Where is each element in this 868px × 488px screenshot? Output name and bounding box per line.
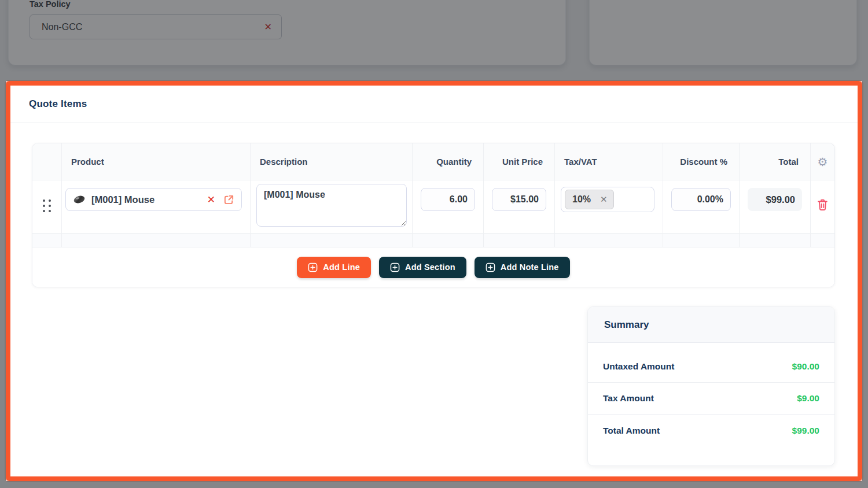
discount-input[interactable] xyxy=(671,188,731,211)
product-thumbnail-mouse-image xyxy=(73,195,86,204)
column-header-quantity: Quantity xyxy=(413,143,484,180)
tax-policy-field[interactable]: Non-GCC ✕ xyxy=(30,14,282,39)
tax-amount-label: Tax Amount xyxy=(603,393,654,404)
delete-trash-icon[interactable] xyxy=(816,198,829,233)
column-header-product: Product xyxy=(62,143,251,180)
untaxed-amount-label: Untaxed Amount xyxy=(603,361,674,372)
open-product-external-link-icon[interactable] xyxy=(223,194,234,205)
quote-items-header: Quote Items xyxy=(10,86,858,123)
column-header-total: Total xyxy=(740,143,811,180)
summary-card: Summary Untaxed Amount $90.00 Tax Amount… xyxy=(587,306,835,466)
add-section-label: Add Section xyxy=(405,263,455,272)
discount-cell xyxy=(663,180,740,233)
drag-handle-icon[interactable] xyxy=(32,180,62,233)
form-card-right xyxy=(589,0,857,65)
table-header-row: Product Description Quantity Unit Price … xyxy=(32,143,834,180)
column-settings-header: ⚙ xyxy=(811,143,834,180)
tax-vat-input[interactable]: 10% ✕ xyxy=(561,187,654,212)
table-footer: Add Line Add Section xyxy=(32,247,834,287)
empty-row xyxy=(32,234,834,247)
handle-column-header xyxy=(32,143,62,180)
quantity-input[interactable] xyxy=(421,188,475,211)
tax-amount-value: $9.00 xyxy=(797,393,819,404)
column-header-tax-vat: Tax/VAT xyxy=(555,143,663,180)
quote-items-panel: Quote Items Product Description Quantity… xyxy=(6,81,862,481)
line-total-value: $99.00 xyxy=(748,188,802,211)
clear-product-icon[interactable]: ✕ xyxy=(207,194,215,206)
quote-items-card: Quote Items Product Description Quantity… xyxy=(10,86,858,476)
column-header-description: Description xyxy=(251,143,413,180)
add-note-line-button[interactable]: Add Note Line xyxy=(475,257,570,278)
clear-tax-policy-icon[interactable]: ✕ xyxy=(264,23,272,32)
add-section-button[interactable]: Add Section xyxy=(379,257,466,278)
plus-icon xyxy=(486,263,495,272)
tax-tag: 10% ✕ xyxy=(565,190,614,209)
summary-row-total: Total Amount $99.00 xyxy=(588,415,834,446)
summary-header: Summary xyxy=(588,307,834,343)
column-header-discount: Discount % xyxy=(663,143,740,180)
plus-icon xyxy=(390,263,400,272)
quantity-cell xyxy=(413,180,484,233)
summary-title: Summary xyxy=(604,319,649,331)
total-cell: $99.00 xyxy=(740,180,811,233)
quote-line-row: [M001] Mouse ✕ [M001] Mouse xyxy=(32,180,834,234)
quote-items-table: Product Description Quantity Unit Price … xyxy=(32,143,835,287)
dim-overlay-left xyxy=(0,81,6,481)
add-line-label: Add Line xyxy=(323,263,360,272)
product-input[interactable]: [M001] Mouse ✕ xyxy=(65,188,242,211)
total-amount-value: $99.00 xyxy=(792,426,819,436)
tax-vat-cell: 10% ✕ xyxy=(555,180,663,233)
product-cell: [M001] Mouse ✕ xyxy=(62,180,251,233)
settings-gear-icon[interactable]: ⚙ xyxy=(818,156,828,168)
unit-price-cell xyxy=(484,180,555,233)
column-header-unit-price: Unit Price xyxy=(484,143,555,180)
untaxed-amount-value: $90.00 xyxy=(792,361,819,372)
remove-tax-tag-icon[interactable]: ✕ xyxy=(600,194,608,205)
description-cell: [M001] Mouse xyxy=(251,180,413,233)
form-card-left: Tax Policy Non-GCC ✕ xyxy=(8,0,566,65)
add-note-line-label: Add Note Line xyxy=(501,263,559,272)
delete-line-cell xyxy=(811,180,834,233)
dim-overlay-bottom xyxy=(0,481,868,488)
unit-price-input[interactable] xyxy=(492,188,546,211)
summary-row-untaxed: Untaxed Amount $90.00 xyxy=(588,351,834,383)
tax-policy-label: Tax Policy xyxy=(30,0,71,9)
plus-icon xyxy=(308,263,318,272)
tax-tag-value: 10% xyxy=(572,194,591,205)
total-amount-label: Total Amount xyxy=(603,426,660,436)
page: Tax Policy Non-GCC ✕ Quote Items Product… xyxy=(0,0,868,488)
product-name: [M001] Mouse xyxy=(91,194,207,205)
description-textarea[interactable]: [M001] Mouse xyxy=(256,184,407,227)
add-line-button[interactable]: Add Line xyxy=(297,257,371,278)
summary-body: Untaxed Amount $90.00 Tax Amount $9.00 T… xyxy=(588,343,834,446)
quote-items-title: Quote Items xyxy=(29,98,87,110)
tax-policy-value: Non-GCC xyxy=(42,22,82,32)
dim-overlay-right xyxy=(862,81,868,481)
summary-row-tax: Tax Amount $9.00 xyxy=(588,383,834,415)
